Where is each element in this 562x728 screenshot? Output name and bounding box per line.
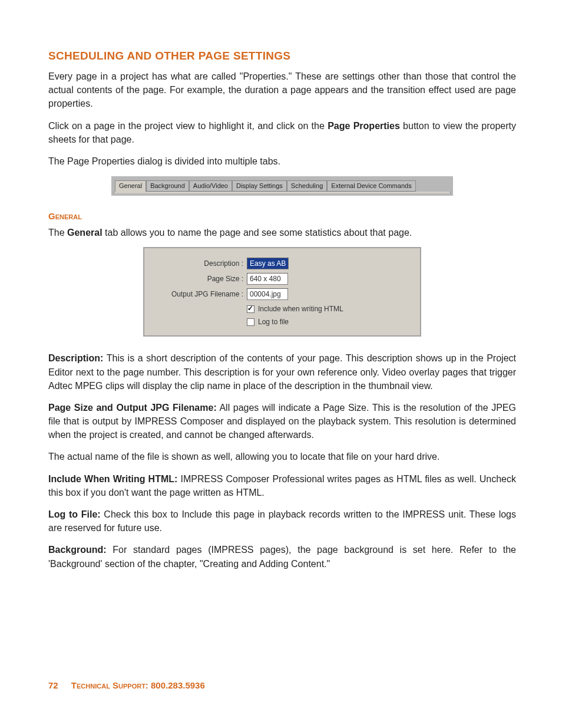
- subhead-general: General: [48, 211, 516, 221]
- pagesize-field[interactable]: 640 x 480: [247, 273, 288, 285]
- def-logfile-h: Log to File:: [48, 509, 101, 519]
- intro-paragraph-1: Every page in a project has what are cal…: [48, 70, 516, 111]
- def-logfile-t: Check this box to Include this page in p…: [48, 509, 516, 533]
- tab-external-device-commands[interactable]: External Device Commands: [327, 180, 415, 192]
- tab-background[interactable]: Background: [146, 180, 189, 192]
- tabs-screenshot: General Background Audio/Video Display S…: [111, 176, 453, 196]
- include-html-label: Include when writing HTML: [258, 305, 343, 313]
- footer-phone: 800.283.5936: [151, 680, 205, 690]
- def-logfile: Log to File: Check this box to Include t…: [48, 508, 516, 535]
- general-term: General: [67, 228, 103, 238]
- def-description-h: Description:: [48, 353, 103, 363]
- general-intro: The General tab allows you to name the p…: [48, 226, 516, 239]
- def-actualname: The actual name of the file is shown as …: [48, 450, 516, 463]
- intro-paragraph-2: Click on a page in the project view to h…: [48, 119, 516, 146]
- general-intro-pre: The: [48, 228, 67, 238]
- jpg-filename-label: Output JPG Filename :: [150, 290, 247, 298]
- tab-audio-video[interactable]: Audio/Video: [189, 180, 232, 192]
- log-to-file-checkbox[interactable]: [247, 318, 254, 326]
- intro2-pre: Click on a page in the project view to h…: [48, 121, 328, 131]
- include-html-checkbox[interactable]: [247, 305, 254, 313]
- def-pagesize-h: Page Size and Output JPG Filename:: [48, 403, 217, 413]
- def-description: Description: This is a short description…: [48, 351, 516, 393]
- jpg-filename-field[interactable]: 00004.jpg: [247, 288, 288, 300]
- intro-paragraph-3: The Page Properties dialog is divided in…: [48, 154, 516, 168]
- section-heading: SCHEDULING AND OTHER PAGE SETTINGS: [48, 50, 516, 62]
- tab-general[interactable]: General: [115, 180, 146, 192]
- def-description-t: This is a short description of the conte…: [48, 353, 516, 390]
- page-number: 72: [48, 680, 58, 690]
- description-label: Description :: [150, 259, 247, 268]
- def-background-h: Background:: [48, 545, 107, 555]
- footer-support-label: Technical Support:: [71, 680, 151, 690]
- description-field[interactable]: Easy as AB: [247, 258, 289, 269]
- def-includehtml: Include When Writing HTML: IMPRESS Compo…: [48, 472, 516, 499]
- log-to-file-label: Log to file: [258, 318, 289, 326]
- tab-display-settings[interactable]: Display Settings: [232, 180, 287, 192]
- def-background-t: For standard pages (IMPRESS pages), the …: [48, 545, 516, 568]
- tab-scheduling[interactable]: Scheduling: [287, 180, 327, 192]
- pagesize-label: Page Size :: [150, 275, 247, 283]
- tab-row: General Background Audio/Video Display S…: [114, 179, 451, 192]
- general-panel-screenshot: Description : Easy as AB Page Size : 640…: [144, 248, 421, 336]
- def-pagesize: Page Size and Output JPG Filename: All p…: [48, 401, 516, 442]
- def-background: Background: For standard pages (IMPRESS …: [48, 543, 516, 570]
- general-intro-post: tab allows you to name the page and see …: [103, 228, 412, 238]
- def-includehtml-h: Include When Writing HTML:: [48, 474, 177, 484]
- page-footer: 72 Technical Support: 800.283.5936: [48, 680, 205, 690]
- page-properties-term: Page Properties: [328, 121, 400, 131]
